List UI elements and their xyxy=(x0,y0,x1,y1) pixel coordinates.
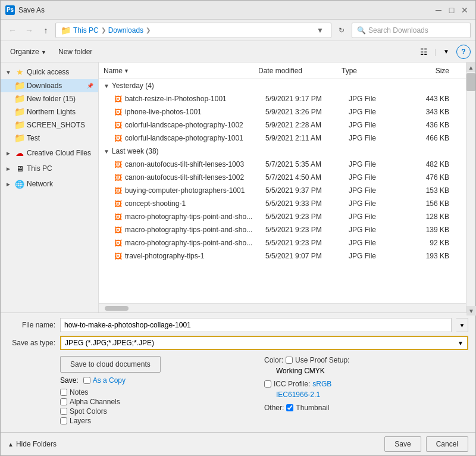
working-cmyk-label: Working CMYK xyxy=(276,367,325,375)
thumbnail-label: Thumbnail xyxy=(296,404,329,412)
file-name-dropdown-button[interactable]: ▼ xyxy=(456,318,468,332)
file-type-cell: JPG File xyxy=(349,160,408,168)
nav-bar: ← → ↑ 📁 This PC ❯ Downloads ❯ ▼ ↻ 🔍 Sear… xyxy=(1,20,475,41)
icc-profile-checkbox-label[interactable]: ICC Profile: sRGB xyxy=(264,380,331,388)
file-date-cell: 5/5/2021 9:07 PM xyxy=(265,252,349,260)
save-to-cloud-button[interactable]: Save to cloud documents xyxy=(60,356,161,373)
layers-checkbox[interactable] xyxy=(60,417,67,424)
layers-checkbox-label[interactable]: Layers xyxy=(60,417,259,425)
proof-setup-checkbox[interactable] xyxy=(286,357,293,364)
table-row[interactable]: 🖼 travel-photography-tips-1 5/5/2021 9:0… xyxy=(99,249,466,263)
creative-cloud-chevron: ► xyxy=(5,150,12,157)
as-copy-checkbox-label[interactable]: As a Copy xyxy=(83,376,126,385)
thumbnail-checkbox-label[interactable]: Other: Thumbnail xyxy=(264,404,329,412)
maximize-button[interactable]: □ xyxy=(446,4,458,16)
spot-colors-checkbox[interactable] xyxy=(60,408,67,415)
forward-button[interactable]: → xyxy=(22,23,36,38)
main-area: ▼ ★ Quick access 📁 Downloads 📌 📁 New fol… xyxy=(1,63,475,313)
table-row[interactable]: 🖼 buying-computer-photographers-1001 5/5… xyxy=(99,184,466,197)
path-dropdown-arrow[interactable]: ▼ xyxy=(317,26,326,35)
bottom-section: File name: ▼ Save as type: JPEG (*.JPG;*… xyxy=(1,313,475,432)
col-type-header[interactable]: Type xyxy=(342,67,401,75)
search-icon: 🔍 xyxy=(357,26,366,35)
jpg-file-icon: 🖼 xyxy=(113,225,123,235)
minimize-button[interactable]: ─ xyxy=(433,4,444,16)
jpg-file-icon: 🖼 xyxy=(113,133,123,143)
save-options-row: Save: As a Copy xyxy=(60,376,259,385)
icc-profile-value-link[interactable]: IEC61966-2.1 xyxy=(276,391,320,399)
organize-button[interactable]: Organize ▼ xyxy=(5,44,51,60)
file-date-cell: 5/7/2021 4:50 AM xyxy=(265,173,349,182)
file-date-cell: 5/7/2021 5:35 AM xyxy=(265,160,349,168)
table-row[interactable]: 🖼 iphone-live-photos-1001 5/9/2021 3:26 … xyxy=(99,105,466,118)
alpha-channels-checkbox[interactable] xyxy=(60,398,67,405)
view-button[interactable]: ☷ xyxy=(416,44,432,60)
spot-colors-checkbox-label[interactable]: Spot Colors xyxy=(60,407,259,416)
table-row[interactable]: 🖼 colorful-landscape-photography-1002 5/… xyxy=(99,118,466,132)
sidebar-item-northern-lights[interactable]: 📁 Northern Lights xyxy=(1,105,98,118)
app-icon: Ps xyxy=(5,5,15,15)
path-segment-this-pc[interactable]: This PC ❯ xyxy=(73,26,106,35)
save-button[interactable]: Save xyxy=(384,436,421,452)
new-folder-button[interactable]: New folder xyxy=(54,44,97,60)
file-size-cell: 193 KB xyxy=(408,252,461,260)
icc-profile-row: ICC Profile: sRGB xyxy=(264,380,464,388)
table-row[interactable]: 🖼 macro-photography-tips-point-and-sho..… xyxy=(99,210,466,223)
file-date-cell: 5/5/2021 9:23 PM xyxy=(265,213,349,221)
group-header-last-week[interactable]: ▼ Last week (38) xyxy=(99,145,466,158)
proof-setup-checkbox-label[interactable]: Color: Use Proof Setup: xyxy=(264,356,349,364)
table-row[interactable]: 🖼 colorful-landscape-photography-1001 5/… xyxy=(99,132,466,145)
file-name-cell: travel-photography-tips-1 xyxy=(125,252,265,260)
jpg-file-icon: 🖼 xyxy=(113,107,123,117)
sidebar-item-screen-shots[interactable]: 📁 SCREEN_SHOTS xyxy=(1,118,98,132)
col-name-header[interactable]: Name ▼ xyxy=(104,67,258,75)
file-name-input[interactable] xyxy=(60,318,452,332)
as-copy-checkbox[interactable] xyxy=(83,377,90,384)
save-type-select[interactable]: JPEG (*.JPG;*.JPEG;*.JPE) ▼ xyxy=(60,336,468,350)
sidebar-item-downloads[interactable]: 📁 Downloads 📌 xyxy=(1,79,98,92)
icc-profile-checkbox[interactable] xyxy=(264,380,271,388)
notes-checkbox-label[interactable]: Notes xyxy=(60,388,259,396)
creative-cloud-header[interactable]: ► ☁ Creative Cloud Files xyxy=(1,146,98,160)
quick-access-header[interactable]: ▼ ★ Quick access xyxy=(1,65,98,79)
help-button[interactable]: ? xyxy=(456,45,471,59)
table-row[interactable]: 🖼 canon-autofocus-tilt-shift-lenses-1003… xyxy=(99,158,466,171)
close-button[interactable]: ✕ xyxy=(459,4,471,16)
table-row[interactable]: 🖼 batch-resize-in-Photoshop-1001 5/9/202… xyxy=(99,92,466,105)
icc-profile-link[interactable]: sRGB xyxy=(312,380,331,388)
path-bar[interactable]: 📁 This PC ❯ Downloads ❯ ▼ xyxy=(55,23,331,38)
vertical-scrollbar[interactable]: ▲ ▼ xyxy=(466,63,475,313)
col-size-header[interactable]: Size xyxy=(401,67,461,75)
group-header-yesterday[interactable]: ▼ Yesterday (4) xyxy=(99,79,466,92)
h-scroll-thumb[interactable] xyxy=(105,306,129,311)
refresh-button[interactable]: ↻ xyxy=(334,23,349,38)
this-pc-header[interactable]: ► 🖥 This PC xyxy=(1,161,98,176)
table-row[interactable]: 🖼 macro-photography-tips-point-and-sho..… xyxy=(99,223,466,236)
last-week-chevron-icon: ▼ xyxy=(104,148,109,155)
quick-access-star-icon: ★ xyxy=(15,67,24,77)
thumbnail-checkbox[interactable] xyxy=(286,404,293,411)
search-bar[interactable]: 🔍 Search Downloads xyxy=(352,23,471,38)
alpha-channels-checkbox-label[interactable]: Alpha Channels xyxy=(60,398,259,406)
icc-profile-label: ICC Profile: xyxy=(274,380,310,388)
sidebar-item-new-folder[interactable]: 📁 New folder (15) xyxy=(1,92,98,105)
file-size-cell: 443 KB xyxy=(408,95,461,103)
network-header[interactable]: ► 🌐 Network xyxy=(1,177,98,191)
save-as-dialog: Ps Save As ─ □ ✕ ← → ↑ 📁 This PC ❯ Downl… xyxy=(0,0,476,456)
view-options-button[interactable]: ▼ xyxy=(439,44,454,60)
col-date-header[interactable]: Date modified xyxy=(258,67,342,75)
table-row[interactable]: 🖼 macro-photography-tips-point-and-sho..… xyxy=(99,236,466,249)
back-button[interactable]: ← xyxy=(5,23,20,38)
test-folder-icon: 📁 xyxy=(15,133,24,143)
table-row[interactable]: 🖼 canon-autofocus-tilt-shift-lenses-1002… xyxy=(99,171,466,184)
hide-folders-toggle[interactable]: ▲ Hide Folders xyxy=(8,440,57,448)
notes-checkbox[interactable] xyxy=(60,389,67,396)
network-label: Network xyxy=(27,180,53,188)
up-button[interactable]: ↑ xyxy=(39,23,53,38)
sidebar-item-test[interactable]: 📁 Test xyxy=(1,132,98,145)
path-segment-downloads[interactable]: Downloads ❯ xyxy=(108,26,151,35)
cancel-button[interactable]: Cancel xyxy=(426,436,468,452)
footer: ▲ Hide Folders Save Cancel xyxy=(1,432,475,455)
table-row[interactable]: 🖼 concept-shooting-1 5/5/2021 9:33 PM JP… xyxy=(99,197,466,210)
horizontal-scrollbar[interactable] xyxy=(99,303,466,313)
